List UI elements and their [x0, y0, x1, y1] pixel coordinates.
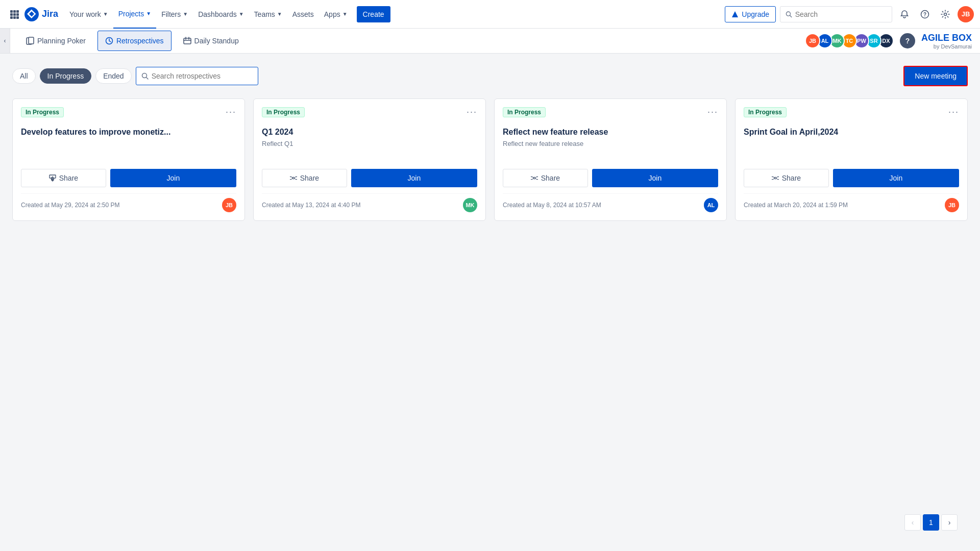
svg-line-11 — [790, 15, 792, 17]
svg-rect-18 — [184, 38, 191, 44]
card-subtitle: Reflect new feature release — [503, 140, 718, 147]
pagination: ‹ 1 › — [892, 504, 970, 541]
pagination-prev-button[interactable]: ‹ — [904, 514, 921, 531]
card-more-button[interactable]: ··· — [226, 107, 236, 116]
chevron-down-icon: ▼ — [277, 11, 282, 17]
search-filter-icon — [141, 72, 149, 80]
filter-all-button[interactable]: All — [12, 68, 36, 84]
svg-rect-1 — [13, 10, 16, 13]
join-button[interactable]: Join — [592, 169, 718, 187]
card-avatar: AL — [704, 198, 718, 212]
nav-your-work[interactable]: Your work ▼ — [64, 0, 113, 29]
search-filter-box[interactable] — [136, 67, 258, 85]
card-more-button[interactable]: ··· — [467, 107, 477, 116]
retrospectives-icon — [105, 37, 113, 45]
tab-planning-poker[interactable]: Planning Poker — [18, 31, 93, 51]
svg-line-20 — [146, 78, 148, 80]
card-actions: Share Join — [21, 169, 236, 187]
search-input[interactable] — [795, 10, 887, 18]
collapse-button[interactable]: ‹ — [0, 29, 10, 53]
svg-rect-16 — [29, 37, 34, 44]
card-header: In Progress ··· — [744, 107, 959, 117]
share-button[interactable]: Share — [503, 169, 588, 187]
card-avatar: JB — [945, 198, 959, 212]
tab-retrospectives[interactable]: Retrospectives — [97, 31, 172, 51]
avatar-group: JB AL MK TC PW SR DX — [805, 33, 894, 48]
card-title: Sprint Goal in April,2024 — [744, 127, 959, 138]
chevron-down-icon: ▼ — [239, 11, 244, 17]
card-header: In Progress ··· — [262, 107, 477, 117]
svg-rect-6 — [10, 16, 13, 19]
cards-grid: In Progress ··· Develop features to impr… — [12, 98, 968, 221]
nav-filters[interactable]: Filters ▼ — [156, 0, 193, 29]
help-circle-icon[interactable]: ? — [900, 33, 915, 48]
card-more-button[interactable]: ··· — [707, 107, 718, 116]
svg-marker-9 — [732, 11, 738, 17]
card-footer: Created at May 8, 2024 at 10:57 AM AL — [503, 193, 718, 212]
upgrade-button[interactable]: Upgrade — [725, 6, 776, 22]
svg-point-22 — [292, 178, 295, 179]
search-icon — [786, 11, 792, 18]
nav-teams[interactable]: Teams ▼ — [249, 0, 287, 29]
join-button[interactable]: Join — [351, 169, 477, 187]
card-actions: Share Join — [262, 169, 477, 187]
new-meeting-button[interactable]: New meeting — [903, 66, 968, 86]
grid-icon[interactable] — [6, 6, 22, 22]
planning-poker-icon — [26, 37, 34, 45]
card-subtitle: Reflect Q1 — [262, 140, 477, 147]
svg-rect-3 — [10, 13, 13, 16]
share-button[interactable]: Share — [744, 169, 829, 187]
retrospective-card-1: In Progress ··· Develop features to impr… — [12, 98, 245, 221]
search-box[interactable] — [780, 6, 892, 22]
svg-rect-2 — [16, 10, 19, 13]
nav-apps[interactable]: Apps ▼ — [319, 0, 353, 29]
jira-logo[interactable]: Jira — [24, 7, 58, 21]
svg-point-23 — [533, 178, 535, 179]
tab-daily-standup[interactable]: Daily Standup — [176, 31, 247, 51]
notifications-icon[interactable] — [896, 6, 913, 22]
search-retrospectives-input[interactable] — [152, 72, 253, 80]
card-avatar: MK — [463, 198, 477, 212]
avatar: JB — [805, 33, 820, 48]
nav-menu: Your work ▼ Projects ▼ Filters ▼ Dashboa… — [64, 0, 390, 29]
card-footer: Created at March 20, 2024 at 1:59 PM JB — [744, 193, 959, 212]
nav-assets[interactable]: Assets — [287, 0, 319, 29]
filter-ended-button[interactable]: Ended — [95, 68, 131, 84]
top-navigation: Jira Your work ▼ Projects ▼ Filters ▼ Da… — [0, 0, 980, 29]
card-header: In Progress ··· — [503, 107, 718, 117]
daily-standup-icon — [183, 37, 191, 45]
nav-dashboards[interactable]: Dashboards ▼ — [193, 0, 249, 29]
share-icon — [772, 174, 779, 182]
retrospective-card-2: In Progress ··· Q1 2024 Reflect Q1 Share… — [253, 98, 486, 221]
user-avatar[interactable]: JB — [958, 6, 974, 22]
join-button[interactable]: Join — [110, 169, 236, 187]
nav-projects[interactable]: Projects ▼ — [113, 0, 156, 29]
card-more-button[interactable]: ··· — [948, 107, 959, 116]
card-title: Reflect new feature release — [503, 127, 718, 138]
share-button[interactable]: Share — [21, 169, 106, 187]
card-avatar: JB — [222, 198, 236, 212]
settings-icon[interactable] — [937, 6, 953, 22]
join-button[interactable]: Join — [833, 169, 959, 187]
status-badge: In Progress — [21, 107, 64, 117]
card-actions: Share Join — [503, 169, 718, 187]
status-badge: In Progress — [503, 107, 546, 117]
svg-text:?: ? — [923, 12, 926, 17]
agile-box-brand: AGILE BOX by DevSamurai — [921, 33, 972, 49]
chevron-down-icon: ▼ — [342, 11, 348, 17]
pagination-page-1-button[interactable]: 1 — [923, 514, 939, 531]
card-title: Develop features to improve monetiz... — [21, 127, 236, 138]
card-footer: Created at May 29, 2024 at 2:50 PM JB — [21, 193, 236, 212]
svg-point-14 — [944, 13, 947, 15]
share-button[interactable]: Share — [262, 169, 347, 187]
sub-navigation: Planning Poker Retrospectives Daily Stan… — [10, 29, 980, 53]
filter-in-progress-button[interactable]: In Progress — [40, 68, 92, 84]
card-actions: Share Join — [744, 169, 959, 187]
create-button[interactable]: Create — [357, 6, 390, 22]
card-title: Q1 2024 — [262, 127, 477, 138]
share-icon — [49, 174, 56, 182]
pagination-next-button[interactable]: › — [941, 514, 958, 531]
help-icon[interactable]: ? — [917, 6, 933, 22]
chevron-down-icon: ▼ — [103, 11, 108, 17]
chevron-down-icon: ▼ — [183, 11, 188, 17]
